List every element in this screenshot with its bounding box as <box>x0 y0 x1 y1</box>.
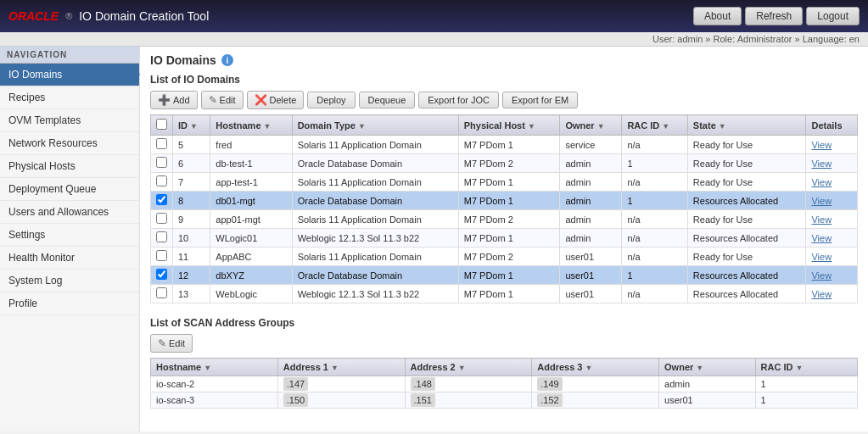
logout-button[interactable]: Logout <box>806 7 860 25</box>
info-icon[interactable]: i <box>221 54 233 66</box>
row-checkbox[interactable] <box>151 248 173 266</box>
row-select-checkbox[interactable] <box>156 138 167 149</box>
view-link[interactable]: View <box>811 233 832 243</box>
sidebar-item-settings[interactable]: Settings <box>0 224 139 247</box>
cell-physical-host: M7 PDom 1 <box>458 266 560 285</box>
cell-state: Resources Allocated <box>687 192 806 210</box>
cell-details[interactable]: View <box>806 192 858 210</box>
row-checkbox[interactable] <box>151 210 173 229</box>
row-select-checkbox[interactable] <box>156 175 167 186</box>
scan-col-rac-id: RAC ID ▼ <box>755 359 857 376</box>
list-title: List of IO Domains <box>150 74 858 86</box>
cell-hostname: dbXYZ <box>210 266 292 285</box>
scan-cell-owner: user01 <box>659 392 755 409</box>
view-link[interactable]: View <box>811 177 832 187</box>
sidebar-item-health-monitor[interactable]: Health Monitor <box>0 247 139 270</box>
view-link[interactable]: View <box>811 140 832 150</box>
table-row: 13 WebLogic Weblogic 12.1.3 Sol 11.3 b22… <box>151 285 858 303</box>
row-checkbox[interactable] <box>151 192 173 210</box>
col-header-id: ID ▼ <box>173 115 210 136</box>
row-select-checkbox[interactable] <box>156 269 167 280</box>
cell-state: Ready for Use <box>687 210 806 229</box>
cell-rac-id: n/a <box>622 248 687 266</box>
sidebar-item-ovm-templates[interactable]: OVM Templates <box>0 109 139 132</box>
dequeue-button[interactable]: Dequeue <box>359 92 416 108</box>
view-link[interactable]: View <box>811 159 832 169</box>
row-select-checkbox[interactable] <box>156 231 167 242</box>
cell-domain-type: Solaris 11 Application Domain <box>292 173 458 192</box>
page-title: IO Domains i <box>150 53 858 67</box>
cell-details[interactable]: View <box>806 285 858 303</box>
cell-details[interactable]: View <box>806 229 858 248</box>
sidebar-item-profile[interactable]: Profile <box>0 292 139 315</box>
sidebar-item-system-log[interactable]: System Log <box>0 270 139 292</box>
cell-details[interactable]: View <box>806 136 858 154</box>
delete-button[interactable]: ❌ Delete <box>247 91 305 109</box>
select-all-checkbox[interactable] <box>156 119 167 130</box>
row-checkbox[interactable] <box>151 173 173 192</box>
row-checkbox[interactable] <box>151 136 173 154</box>
row-select-checkbox[interactable] <box>156 250 167 261</box>
scan-table: Hostname ▼ Address 1 ▼ Address 2 ▼ Addre… <box>150 358 858 409</box>
scan-cell-addr3: .149 <box>532 376 659 392</box>
cell-rac-id: 1 <box>622 154 687 173</box>
table-row: 10 WLogic01 Weblogic 12.1.3 Sol 11.3 b22… <box>151 229 858 248</box>
cell-id: 11 <box>173 248 210 266</box>
sidebar-item-users-and-allowances[interactable]: Users and Allowances <box>0 201 139 224</box>
row-checkbox[interactable] <box>151 229 173 248</box>
export-em-button[interactable]: Export for EM <box>502 92 578 108</box>
scan-edit-button[interactable]: ✎ Edit <box>150 334 193 353</box>
about-button[interactable]: About <box>693 7 742 25</box>
sidebar-item-recipes[interactable]: Recipes <box>0 86 139 109</box>
logo-area: ORACLE ® IO Domain Creation Tool <box>8 9 209 23</box>
cell-state: Resources Allocated <box>687 229 806 248</box>
scan-col-addr3: Address 3 ▼ <box>532 359 659 376</box>
row-checkbox[interactable] <box>151 266 173 285</box>
cell-domain-type: Oracle Database Domain <box>292 266 458 285</box>
table-row: 7 app-test-1 Solaris 11 Application Doma… <box>151 173 858 192</box>
cell-details[interactable]: View <box>806 173 858 192</box>
cell-domain-type: Weblogic 12.1.3 Sol 11.3 b22 <box>292 285 458 303</box>
row-select-checkbox[interactable] <box>156 194 167 205</box>
table-row: 11 AppABC Solaris 11 Application Domain … <box>151 248 858 266</box>
row-select-checkbox[interactable] <box>156 287 167 298</box>
sidebar-item-network-resources[interactable]: Network Resources <box>0 132 139 155</box>
sidebar-item-physical-hosts[interactable]: Physical Hosts <box>0 155 139 178</box>
edit-button[interactable]: ✎ Edit <box>201 91 244 109</box>
sidebar-item-io-domains[interactable]: IO Domains <box>0 64 139 86</box>
view-link[interactable]: View <box>811 252 832 262</box>
add-button[interactable]: ➕ Add <box>150 91 198 109</box>
table-row: 6 db-test-1 Oracle Database Domain M7 PD… <box>151 154 858 173</box>
scan-title: List of SCAN Address Groups <box>150 317 858 329</box>
cell-details[interactable]: View <box>806 266 858 285</box>
cell-id: 12 <box>173 266 210 285</box>
cell-details[interactable]: View <box>806 154 858 173</box>
view-link[interactable]: View <box>811 196 832 206</box>
row-select-checkbox[interactable] <box>156 157 167 168</box>
cell-details[interactable]: View <box>806 248 858 266</box>
col-header-rac-id: RAC ID ▼ <box>622 115 687 136</box>
row-select-checkbox[interactable] <box>156 213 167 224</box>
row-checkbox[interactable] <box>151 285 173 303</box>
view-link[interactable]: View <box>811 289 832 299</box>
refresh-button[interactable]: Refresh <box>745 7 803 25</box>
cell-physical-host: M7 PDom 2 <box>458 154 560 173</box>
scan-cell-owner: admin <box>659 376 755 392</box>
export-joc-button[interactable]: Export for JOC <box>418 92 499 108</box>
cell-physical-host: M7 PDom 2 <box>458 210 560 229</box>
view-link[interactable]: View <box>811 270 832 281</box>
cell-details[interactable]: View <box>806 210 858 229</box>
deploy-button[interactable]: Deploy <box>307 92 355 108</box>
cell-hostname: AppABC <box>210 248 292 266</box>
scan-col-addr2: Address 2 ▼ <box>405 359 532 376</box>
sidebar-item-deployment-queue[interactable]: Deployment Queue <box>0 178 139 201</box>
cell-rac-id: n/a <box>622 173 687 192</box>
cell-owner: user01 <box>560 266 622 285</box>
cell-rac-id: n/a <box>622 136 687 154</box>
cell-id: 8 <box>173 192 210 210</box>
cell-domain-type: Solaris 11 Application Domain <box>292 248 458 266</box>
cell-domain-type: Solaris 11 Application Domain <box>292 210 458 229</box>
row-checkbox[interactable] <box>151 154 173 173</box>
view-link[interactable]: View <box>811 214 832 225</box>
table-row: 5 fred Solaris 11 Application Domain M7 … <box>151 136 858 154</box>
